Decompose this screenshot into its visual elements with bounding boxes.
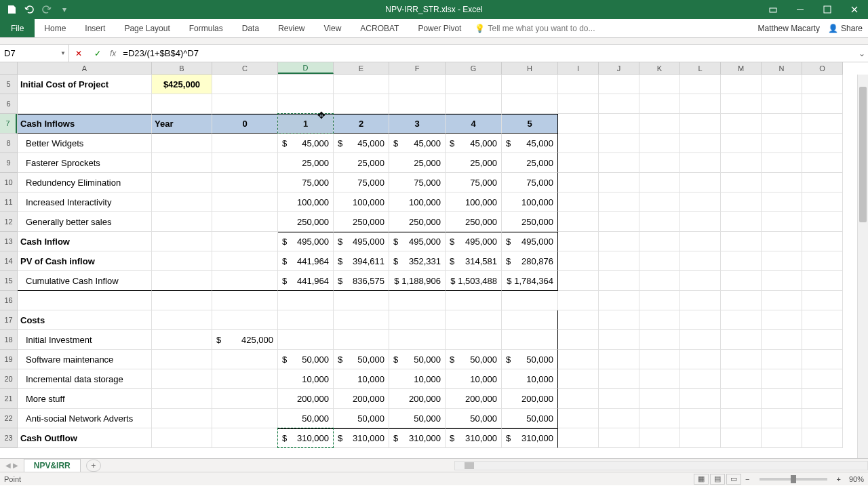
cell-O11[interactable] (802, 192, 843, 212)
cell-N19[interactable] (762, 350, 802, 369)
cell-B9[interactable] (152, 153, 212, 173)
cell-N21[interactable] (762, 389, 802, 409)
cell-A7[interactable]: Cash Inflows (18, 114, 152, 134)
cell-J18[interactable] (599, 330, 639, 350)
row-header-6[interactable]: 6 (0, 94, 17, 114)
cell-E16[interactable] (334, 291, 389, 310)
new-sheet-icon[interactable]: + (86, 460, 101, 472)
cell-B15[interactable] (152, 271, 212, 291)
cell-C15[interactable] (212, 271, 278, 291)
cell-A6[interactable] (18, 94, 152, 114)
view-pagebreak-icon[interactable]: ▭ (726, 474, 741, 485)
cell-I23[interactable] (558, 428, 599, 448)
cell-M9[interactable] (721, 153, 762, 173)
cell-F21[interactable]: 200,000 (389, 389, 446, 409)
cell-I16[interactable] (558, 291, 599, 310)
column-header-K[interactable]: K (639, 62, 680, 74)
cell-J11[interactable] (599, 192, 639, 212)
zoom-in-icon[interactable]: + (834, 475, 844, 483)
row-header-9[interactable]: 9 (0, 153, 17, 173)
cell-D16[interactable] (278, 291, 334, 310)
name-box[interactable]: D7 ▼ (0, 45, 69, 62)
cell-F11[interactable]: 100,000 (389, 192, 446, 212)
cell-H17[interactable] (502, 310, 558, 330)
cell-O18[interactable] (802, 330, 843, 350)
horizontal-scrollbar[interactable] (454, 461, 868, 470)
cell-F6[interactable] (389, 94, 446, 114)
cell-F5[interactable] (389, 75, 446, 94)
cell-E7[interactable]: 2 (334, 114, 389, 134)
row-header-20[interactable]: 20 (0, 369, 17, 389)
cell-L9[interactable] (680, 153, 721, 173)
column-header-E[interactable]: E (334, 62, 389, 74)
row-header-8[interactable]: 8 (0, 134, 17, 153)
cell-C9[interactable] (212, 153, 278, 173)
cell-D23[interactable]: $310,000 (278, 428, 334, 448)
cell-H11[interactable]: 100,000 (502, 192, 558, 212)
tab-file[interactable]: File (0, 19, 35, 37)
row-header-16[interactable]: 16 (0, 291, 17, 310)
row-header-22[interactable]: 22 (0, 409, 17, 428)
cell-H13[interactable]: $495,000 (502, 232, 558, 251)
cell-J22[interactable] (599, 409, 639, 428)
cell-K12[interactable] (639, 212, 680, 232)
cell-K21[interactable] (639, 389, 680, 409)
cell-E13[interactable]: $495,000 (334, 232, 389, 251)
tab-data[interactable]: Data (233, 19, 269, 37)
cell-F7[interactable]: 3 (389, 114, 446, 134)
row-header-10[interactable]: 10 (0, 173, 17, 192)
cell-I18[interactable] (558, 330, 599, 350)
cell-L18[interactable] (680, 330, 721, 350)
row-header-13[interactable]: 13 (0, 232, 17, 251)
cell-I21[interactable] (558, 389, 599, 409)
cell-O19[interactable] (802, 350, 843, 369)
cell-J9[interactable] (599, 153, 639, 173)
tab-pagelayout[interactable]: Page Layout (115, 19, 179, 37)
save-icon[interactable] (5, 3, 18, 16)
cell-C21[interactable] (212, 389, 278, 409)
cell-G16[interactable] (446, 291, 502, 310)
cell-F15[interactable]: $ 1,188,906 (389, 271, 446, 291)
cell-K13[interactable] (639, 232, 680, 251)
cell-J23[interactable] (599, 428, 639, 448)
formula-expand-icon[interactable]: ⌄ (856, 45, 868, 62)
share-button[interactable]: 👤 Share (828, 24, 863, 33)
cell-B14[interactable] (152, 251, 212, 271)
view-normal-icon[interactable]: ▦ (694, 474, 709, 485)
cell-H14[interactable]: $280,876 (502, 251, 558, 271)
cell-D17[interactable] (278, 310, 334, 330)
cell-G19[interactable]: $50,000 (446, 350, 502, 369)
cell-N10[interactable] (762, 173, 802, 192)
cell-B19[interactable] (152, 350, 212, 369)
cell-H21[interactable]: 200,000 (502, 389, 558, 409)
cell-G8[interactable]: $45,000 (446, 134, 502, 153)
tab-view[interactable]: View (315, 19, 351, 37)
cell-O23[interactable] (802, 428, 843, 448)
column-header-B[interactable]: B (152, 62, 212, 74)
cell-O20[interactable] (802, 369, 843, 389)
cell-D19[interactable]: $50,000 (278, 350, 334, 369)
cell-N18[interactable] (762, 330, 802, 350)
row-header-21[interactable]: 21 (0, 389, 17, 409)
cell-K8[interactable] (639, 134, 680, 153)
column-header-O[interactable]: O (802, 62, 843, 74)
select-all-triangle[interactable] (0, 62, 18, 75)
cell-D15[interactable]: $441,964 (278, 271, 334, 291)
cell-F8[interactable]: $45,000 (389, 134, 446, 153)
cell-L6[interactable] (680, 94, 721, 114)
cell-L10[interactable] (680, 173, 721, 192)
cell-M18[interactable] (721, 330, 762, 350)
cell-M12[interactable] (721, 212, 762, 232)
cell-B12[interactable] (152, 212, 212, 232)
cell-H6[interactable] (502, 94, 558, 114)
cell-F23[interactable]: $310,000 (389, 428, 446, 448)
cell-L13[interactable] (680, 232, 721, 251)
cell-I15[interactable] (558, 271, 599, 291)
cell-J13[interactable] (599, 232, 639, 251)
cell-K15[interactable] (639, 271, 680, 291)
cell-L5[interactable] (680, 75, 721, 94)
cell-F16[interactable] (389, 291, 446, 310)
cell-G23[interactable]: $310,000 (446, 428, 502, 448)
cells-area[interactable]: Initial Cost of Project$425,000Cash Infl… (18, 75, 843, 448)
cell-C22[interactable] (212, 409, 278, 428)
